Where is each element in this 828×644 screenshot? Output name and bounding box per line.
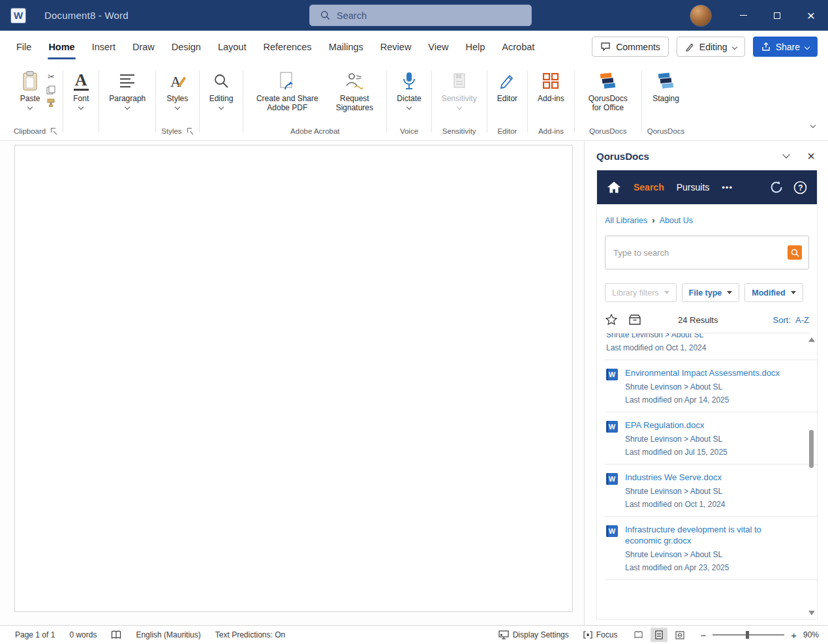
tab-home[interactable]: Home (40, 31, 83, 63)
nav-search-tab[interactable]: Search (634, 182, 664, 192)
home-icon[interactable] (607, 181, 621, 194)
adobe-pdf-icon (277, 70, 297, 92)
text-predictions[interactable]: Text Predictions: On (208, 630, 292, 639)
breadcrumb-all-libraries[interactable]: All Libraries (605, 216, 647, 225)
styles-button[interactable]: A Styles (162, 65, 193, 110)
pane-options-chevron-icon[interactable] (783, 151, 790, 158)
library-box-icon[interactable] (628, 314, 641, 326)
title-bar: W Document8 - Word × (0, 0, 828, 31)
ribbon-group-addins: Add-ins Add-ins (529, 65, 574, 140)
refresh-icon[interactable] (769, 180, 784, 194)
breadcrumb-about-us[interactable]: About Us (660, 216, 693, 225)
focus-button[interactable]: Focus (576, 630, 625, 639)
editor-button[interactable]: Editor (493, 65, 522, 104)
result-name[interactable]: Infrastructure development is vital to e… (625, 524, 793, 546)
tab-view[interactable]: View (420, 31, 457, 63)
results-scrollbar[interactable] (807, 337, 816, 615)
user-avatar[interactable] (690, 5, 712, 27)
result-name[interactable]: Environmental Impact Assessments.docx (625, 367, 780, 378)
result-item[interactable]: W Industries We Serve.docx Shrute Levins… (605, 465, 817, 517)
dropdown-triangle-icon (791, 291, 796, 294)
print-layout-button[interactable] (651, 628, 667, 642)
result-item-partial[interactable]: Shrute Levinson > About SL Last modified… (605, 333, 817, 360)
editing-group-button[interactable]: Editing (205, 65, 238, 110)
result-path: Shrute Levinson > About SL (625, 382, 780, 391)
tab-file[interactable]: File (8, 31, 40, 63)
tab-mailings[interactable]: Mailings (320, 31, 372, 63)
create-share-pdf-button[interactable]: Create and Share Adobe PDF (249, 65, 326, 114)
zoom-percentage[interactable]: 90% (799, 630, 820, 639)
font-group-button[interactable]: A Font (69, 65, 93, 110)
nav-pursuits-tab[interactable]: Pursuits (677, 182, 710, 192)
titlebar-search[interactable] (309, 5, 532, 26)
tab-design[interactable]: Design (163, 31, 209, 63)
qorusdocs-for-office-button[interactable]: QorusDocs for Office (580, 65, 636, 114)
star-icon[interactable] (605, 313, 618, 326)
group-separator (431, 70, 432, 132)
addins-button[interactable]: Add-ins (533, 65, 569, 104)
paste-button[interactable]: Paste (16, 65, 45, 110)
result-item[interactable]: W Environmental Impact Assessments.docx … (605, 360, 817, 412)
sort-value[interactable]: A-Z (795, 315, 809, 325)
scrollbar-thumb[interactable] (809, 430, 814, 468)
zoom-slider-handle[interactable] (746, 631, 749, 639)
minimize-button[interactable] (726, 0, 760, 31)
editing-mode-button[interactable]: Editing (677, 37, 745, 57)
staging-button[interactable]: Staging (648, 65, 684, 104)
tab-review[interactable]: Review (372, 31, 420, 63)
result-modified: Last modified on Apr 23, 2025 (625, 563, 793, 572)
share-button[interactable]: Share (753, 37, 818, 57)
dialog-launcher-icon[interactable] (187, 128, 194, 134)
maximize-button[interactable] (760, 0, 794, 31)
tab-help[interactable]: Help (457, 31, 494, 63)
panel-search-box[interactable] (605, 236, 809, 269)
zoom-in-button[interactable]: + (791, 630, 797, 641)
tab-references[interactable]: References (254, 31, 320, 63)
format-painter-icon[interactable] (46, 99, 55, 108)
result-item[interactable]: W EPA Regulation.docx Shrute Levinson > … (605, 412, 817, 465)
language-indicator[interactable]: English (Mauritius) (129, 630, 207, 639)
editor-pen-icon (498, 70, 516, 92)
scroll-up-icon[interactable] (808, 337, 815, 342)
document-page[interactable] (14, 145, 573, 612)
proofing-button[interactable] (104, 630, 129, 639)
close-button[interactable]: × (794, 0, 828, 31)
zoom-controls: − + (694, 630, 799, 641)
group-separator (487, 70, 487, 132)
tab-insert[interactable]: Insert (84, 31, 124, 63)
display-settings-button[interactable]: Display Settings (491, 630, 576, 639)
styles-icon: A (168, 70, 187, 92)
read-mode-button[interactable] (630, 628, 647, 642)
dictate-button[interactable]: Dictate (392, 65, 425, 110)
request-signatures-button[interactable]: Request Signatures (328, 65, 381, 114)
copy-icon[interactable] (46, 85, 55, 95)
pane-close-icon[interactable]: × (807, 149, 815, 162)
tab-acrobat[interactable]: Acrobat (493, 31, 543, 63)
word-doc-icon: W (606, 421, 618, 433)
result-name[interactable]: EPA Regulation.docx (625, 420, 728, 431)
dialog-launcher-icon[interactable] (51, 128, 57, 134)
paragraph-group-button[interactable]: Paragraph (104, 65, 150, 110)
cut-icon[interactable]: ✂ (48, 72, 55, 82)
web-layout-button[interactable] (671, 628, 688, 642)
chevron-down-icon (175, 104, 180, 110)
comments-button[interactable]: Comments (592, 37, 669, 57)
modified-filter-button[interactable]: Modified (744, 283, 803, 302)
panel-search-button[interactable] (788, 245, 802, 260)
page-indicator[interactable]: Page 1 of 1 (8, 630, 62, 639)
scroll-down-icon[interactable] (808, 611, 815, 615)
ribbon-group-editing: Editing (200, 65, 243, 140)
tab-draw[interactable]: Draw (124, 31, 163, 63)
help-icon[interactable]: ? (793, 181, 807, 194)
result-name[interactable]: Industries We Serve.docx (625, 472, 725, 483)
panel-search-input[interactable] (613, 248, 788, 258)
titlebar-search-input[interactable] (337, 10, 523, 21)
nav-more-menu[interactable]: ••• (722, 183, 733, 192)
zoom-slider[interactable] (713, 634, 784, 636)
collapse-ribbon-button[interactable] (811, 118, 815, 130)
word-count[interactable]: 0 words (62, 630, 104, 639)
tab-layout[interactable]: Layout (209, 31, 255, 63)
file-type-filter-button[interactable]: File type (682, 283, 740, 302)
result-item[interactable]: W Infrastructure development is vital to… (605, 517, 817, 580)
zoom-out-button[interactable]: − (700, 630, 706, 641)
